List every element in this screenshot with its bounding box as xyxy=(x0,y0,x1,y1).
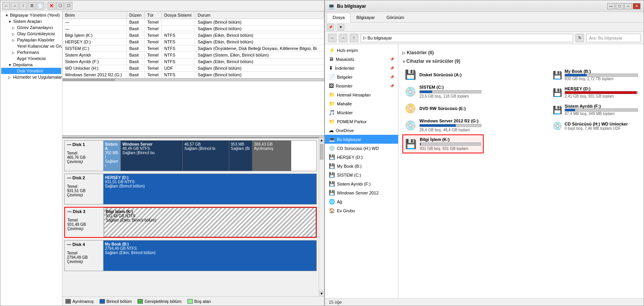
disk-partition[interactable]: Windows Server48,49 GB NTFSSağlam (Birin… xyxy=(121,141,183,171)
col-durum[interactable]: Durum xyxy=(195,12,324,19)
nav-item-ev-grubu[interactable]: 🏠Ev Grubu xyxy=(325,206,398,215)
tree-item-performans[interactable]: ▷ Performans xyxy=(1,49,61,55)
nav-item-a-[interactable]: 🌐Ağ xyxy=(325,197,398,206)
folders-section-title[interactable]: ▷ Klasörler (6) xyxy=(402,50,640,55)
props-btn[interactable]: ☐ xyxy=(65,2,72,10)
up-btn[interactable]: ↑ xyxy=(19,2,27,10)
disk-partition[interactable]: 953 MBSağlam (Bi xyxy=(229,141,252,171)
nav-item-s-stem--c--[interactable]: 💾SİSTEM (C:) xyxy=(325,170,398,179)
ribbon-action-btn[interactable]: 📌 xyxy=(327,24,334,31)
right-drive-sistem-ayr-ld---f--[interactable]: 💾 Sistem Ayrıldı (F:) 47,4 MB boş, 349 M… xyxy=(551,102,640,118)
nav-up-btn[interactable]: ↑ xyxy=(350,34,358,42)
forward-btn[interactable]: → xyxy=(11,2,19,10)
disk-row-disk2[interactable]: — Disk 2Temel931,51 GBÇevrimiçiHERŞEY (D… xyxy=(64,174,317,205)
nav-item-pomem-parkur[interactable]: 📁POMEM Parkur xyxy=(325,117,398,126)
disk-row-disk1[interactable]: — Disk 1Temel465,76 GBÇevrimiçiSistem A3… xyxy=(64,140,317,171)
table-row[interactable]: Sistem Ayrıldı (F:)BasitTemelNTFSSağlam … xyxy=(63,58,324,65)
table-row[interactable]: —BasitTemelSağlam (Birincil bölüm) xyxy=(63,26,324,32)
right-drive-my-book--b--[interactable]: 💾 My Book (B:) 830 GB boş, 2,72 TB topla… xyxy=(551,67,640,83)
drive-item-s-stem--c--[interactable]: 💿 SİSTEM (C:) 23,6 GB boş, 118 GB toplam xyxy=(402,83,484,101)
drive-item-disket-s-r-c-s---a--[interactable]: 💾 Disket Sürücüsü (A:) xyxy=(402,67,484,83)
drive-item-dvd-rw-s-r-c-s---e--[interactable]: 📀 DVD RW Sürücüsü (E:) xyxy=(402,101,484,116)
nav-item-onedrive[interactable]: ☁OneDrive xyxy=(325,126,398,135)
maximize-btn[interactable]: □ xyxy=(616,3,623,9)
nav-item-my-book--b--[interactable]: 💾My Book (B:) xyxy=(325,162,398,170)
doc-btn[interactable]: 📄 xyxy=(36,2,44,10)
disk-label-disk1: — Disk 1Temel465,76 GBÇevrimiçi xyxy=(65,141,103,171)
nav-item--ndirilenler[interactable]: ⬇İndirilenler📌 xyxy=(325,64,398,72)
address-path[interactable]: ▷ Bu bilgisayar xyxy=(361,34,573,42)
scroll-down-btn[interactable]: ▼ xyxy=(319,291,324,296)
table-row[interactable]: SİSTEM (C:)BasitTemelNTFSSağlam (Önyükle… xyxy=(63,45,324,52)
nav-item-sistem-ayr-ld---f--[interactable]: 💾Sistem Ayrıldı (F:) xyxy=(325,179,398,188)
h-scrollbar[interactable] xyxy=(62,78,324,81)
nav-item-masa-st-[interactable]: 🖥Masaüstü📌 xyxy=(325,55,398,64)
tree-item-yerel[interactable]: Yerel Kullanıcılar ve Gru xyxy=(1,43,61,49)
nav-item-resimler[interactable]: 🖼Resimler📌 xyxy=(325,81,398,90)
nav-item-m-zikler[interactable]: 🎵Müzikler xyxy=(325,108,398,117)
table-row[interactable]: Sistem AyrıldıBasitTemelNTFSSağlam (Sist… xyxy=(63,52,324,58)
drive-item-windows-server-2012-r2--g--[interactable]: 💿 Windows Server 2012 R2 (G:) 28,4 GB bo… xyxy=(402,116,484,134)
right-drive-icon: 💾 xyxy=(553,70,562,80)
disk-row-disk4[interactable]: — Disk 4Temel2794,49 GBÇevrimiçiMy Book … xyxy=(64,240,317,271)
disk-partition[interactable]: 369,43 GBAyrılmamış xyxy=(252,141,291,171)
nav-item-cd-s-r-c-s---h---wd[interactable]: 💿CD Sürücüsü (H:) WD xyxy=(325,144,398,153)
tree-item-root[interactable]: ▼ Bilgisayar Yönetimi (Yerel) xyxy=(1,12,61,18)
tree-item-aygit[interactable]: Aygıt Yöneticisi xyxy=(1,55,61,62)
table-row[interactable]: —BasitTemelSağlam (Birincil bölüm) xyxy=(63,19,324,26)
disk-partition[interactable]: Sistem A350 MB ISağlam ı xyxy=(103,141,121,171)
col-birim[interactable]: Birim xyxy=(63,12,127,19)
table-row[interactable]: WD Unlocker (H:)BasitTemelUDFSağlam (Bir… xyxy=(63,65,324,72)
search-box[interactable]: Ara: Bu bilgisayar xyxy=(586,34,641,42)
disk-partition[interactable]: HERŞEY (D:)931,51 GB NTFSSağlam (Birinci… xyxy=(103,174,316,204)
table-row[interactable]: Bilgi İşlem (K:)BasitTemelNTFSSağlam (Et… xyxy=(63,32,324,39)
tree-item-paylasilan[interactable]: ▷ Paylaşılan Klasörler xyxy=(1,37,61,43)
v-scrollbar[interactable]: ▲ ▼ xyxy=(319,138,324,296)
tree-item-sistem-araclari[interactable]: ▼ Sistem Araçları xyxy=(1,18,61,24)
disk-partition[interactable]: 46,57 GBSağlam (Birincil bi xyxy=(183,141,229,171)
right-drive-her-ey--d--[interactable]: 💾 HERŞEY (D:) 2,41 GB boş, 931 GB toplam xyxy=(551,84,640,100)
col-tur[interactable]: Tür xyxy=(145,12,162,19)
nav-item-h-zl--eri-im[interactable]: ⚡Hızlı erişim xyxy=(325,46,398,55)
refresh-btn[interactable]: ↻ xyxy=(575,34,584,42)
close-btn[interactable]: ✕ xyxy=(633,3,641,9)
status-text: 15 öğe xyxy=(329,300,342,304)
tab-dosya[interactable]: Dosya xyxy=(327,13,350,22)
scroll-up-btn[interactable]: ▲ xyxy=(319,138,324,143)
disk-partition[interactable]: Bilgi İşlem (K:)931,48 GB NTFSSağlam (Et… xyxy=(104,208,316,237)
back-btn[interactable]: ← xyxy=(2,2,10,10)
tree-item-disk-yonetimi[interactable]: Disk Yönetimi xyxy=(1,68,61,74)
tree-item-gorev[interactable]: ▷ Görev Zamanlayıcı xyxy=(1,24,61,31)
nav-item-bu-bilgisayar[interactable]: 💻Bu bilgisayar xyxy=(325,135,398,144)
nav-back-btn[interactable]: ← xyxy=(328,34,337,42)
ribbon-action-btn2[interactable]: ▼ xyxy=(337,24,344,31)
tree-item-hizmetler[interactable]: ▷ Hizmetler ve Uygulamalar xyxy=(1,74,61,80)
disk-row-disk3[interactable]: — Disk 3Temel931,48 GBÇevrimiçiBilgi İşl… xyxy=(64,207,317,238)
drive-item-bilgi---lem--k--[interactable]: 💾 Bilgi İşlem (K:) 931 GB boş, 931 GB to… xyxy=(402,134,484,153)
h-scroll-thumb[interactable] xyxy=(63,79,115,81)
view-btn[interactable]: ☰ xyxy=(28,2,36,10)
nav-item-hotmail-hesaplar-[interactable]: 📁Hotmail Hesapları xyxy=(325,90,398,99)
check-btn[interactable]: ☐ xyxy=(56,2,64,10)
tree-item-depolama[interactable]: ▼ Depolama xyxy=(1,62,61,68)
nav-item-her-ey--d--[interactable]: 💾HERŞEY (D:) xyxy=(325,153,398,162)
nav-item-mahalle[interactable]: 📁Mahalle xyxy=(325,99,398,108)
scroll-thumb[interactable] xyxy=(320,144,323,160)
graphical-area: — Disk 1Temel465,76 GBÇevrimiçiSistem A3… xyxy=(62,138,319,296)
nav-item-belgeler[interactable]: 📄Belgeler📌 xyxy=(325,72,398,81)
pin-btn[interactable]: ↔ xyxy=(624,3,632,9)
disk-partition[interactable]: My Book (B:)2794,49 GB NTFSSağlam (Etkin… xyxy=(103,241,316,271)
minimize-btn[interactable]: — xyxy=(607,3,615,9)
table-row[interactable]: Windows Server 2012 R2 (G:)BasitTemelNTF… xyxy=(63,72,324,78)
tree-item-olay[interactable]: ▷ Olay Görüntüleyicisi xyxy=(1,31,61,37)
tab-bilgisayar[interactable]: Bilgisayar xyxy=(350,13,381,22)
right-drive-cd-s-r-c-s---h---wd-unlocker[interactable]: 💿 CD Sürücüsü (H:) WD Unlocker 0 bayt bo… xyxy=(551,119,640,132)
col-duzen[interactable]: Düzen xyxy=(127,12,144,19)
nav-forward-btn[interactable]: → xyxy=(339,34,347,42)
devices-section-title[interactable]: ∨ Cihazlar ve sürücüler (9) xyxy=(402,58,640,64)
col-dosya[interactable]: Dosya Sistemi xyxy=(162,12,195,19)
nav-item-windows-server-2012[interactable]: 💾Windows Server 2012 xyxy=(325,188,398,197)
tab-gorunum[interactable]: Görünüm xyxy=(381,13,410,22)
close-toolbar-btn[interactable]: ✕ xyxy=(48,2,55,10)
table-row[interactable]: HERŞEY (D:)BasitTemelNTFSSağlam (Etkin, … xyxy=(63,39,324,45)
